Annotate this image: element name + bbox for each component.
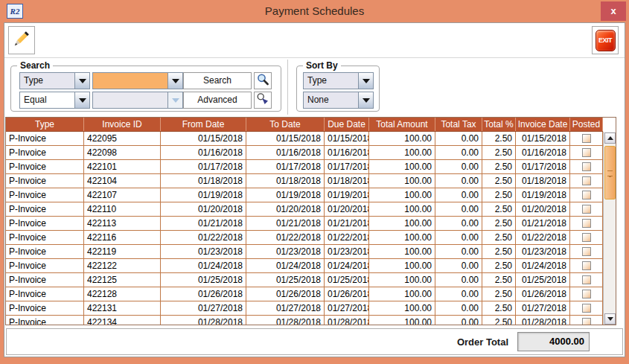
cell-total_amount: 100.00	[369, 202, 435, 216]
posted-checkbox[interactable]	[582, 318, 591, 325]
search-magnifier-button[interactable]	[254, 72, 272, 89]
scrollbar-thumb[interactable]	[604, 146, 616, 199]
cell-due_date: 01/15/2018	[325, 132, 369, 145]
cell-from_date: 01/25/2018	[161, 273, 246, 287]
sort-secondary-combo[interactable]: None	[303, 92, 374, 109]
posted-checkbox[interactable]	[582, 290, 591, 298]
posted-checkbox[interactable]	[582, 304, 591, 313]
cell-total_tax: 0.00	[435, 217, 482, 230]
cell-invoice_id: 422131	[84, 301, 161, 315]
table-row[interactable]: P-Invoice42212201/24/201801/24/201801/24…	[6, 259, 603, 273]
edit-button[interactable]	[8, 26, 35, 54]
cell-invoice_id: 422101	[84, 160, 161, 173]
table-row[interactable]: P-Invoice42209801/16/201801/16/201801/16…	[6, 146, 603, 160]
table-row[interactable]: P-Invoice42211601/22/201801/22/201801/22…	[6, 231, 603, 245]
table-row[interactable]: P-Invoice42213401/28/201801/28/201801/28…	[6, 316, 603, 325]
column-header-invoice_id[interactable]: Invoice ID	[84, 118, 161, 131]
cell-from_date: 01/20/2018	[161, 202, 246, 216]
table-row[interactable]: P-Invoice42211301/21/201801/21/201801/21…	[6, 217, 603, 231]
cell-to_date: 01/24/2018	[246, 259, 325, 272]
column-header-total_pct[interactable]: Total %	[482, 118, 516, 131]
cell-invoice_id: 422098	[84, 146, 161, 159]
table-row[interactable]: P-Invoice42210401/18/201801/18/201801/18…	[6, 174, 603, 188]
search-value2-text	[93, 92, 167, 108]
table-row[interactable]: P-Invoice42212501/25/201801/25/201801/25…	[6, 273, 603, 287]
advanced-button[interactable]: Advanced	[183, 92, 252, 109]
posted-checkbox[interactable]	[582, 275, 591, 284]
exit-button[interactable]: EXIT	[592, 26, 619, 54]
cell-type: P-Invoice	[6, 217, 84, 230]
scroll-up-button[interactable]	[604, 132, 616, 144]
posted-checkbox[interactable]	[582, 148, 591, 157]
posted-checkbox[interactable]	[582, 191, 591, 199]
vertical-scrollbar[interactable]	[603, 132, 616, 325]
column-header-from_date[interactable]: From Date	[161, 118, 246, 131]
cell-to_date: 01/16/2018	[246, 146, 325, 159]
search-value-combo[interactable]	[92, 72, 183, 89]
cell-type: P-Invoice	[6, 132, 84, 145]
cell-total_amount: 100.00	[369, 132, 435, 145]
cell-total_tax: 0.00	[435, 273, 482, 287]
cell-type: P-Invoice	[6, 202, 84, 216]
column-header-total_amount[interactable]: Total Amount	[369, 118, 435, 131]
table-row[interactable]: P-Invoice42210101/17/201801/17/201801/17…	[6, 160, 603, 174]
scroll-down-button[interactable]	[604, 313, 616, 325]
posted-checkbox[interactable]	[582, 134, 591, 143]
posted-checkbox[interactable]	[582, 162, 591, 171]
order-total-value: 4000.00	[517, 332, 590, 351]
content-area: EXIT Search Type Search	[4, 22, 625, 357]
table-row[interactable]: P-Invoice42209501/15/201801/15/201801/15…	[6, 132, 603, 146]
cell-from_date: 01/26/2018	[161, 287, 246, 301]
cell-to_date: 01/23/2018	[246, 245, 325, 258]
cell-due_date: 01/22/2018	[325, 231, 369, 244]
arrow-down-icon	[607, 317, 613, 321]
cell-total_amount: 100.00	[369, 160, 435, 173]
sort-primary-combo[interactable]: Type	[303, 72, 374, 89]
column-header-invoice_date[interactable]: Invoice Date	[516, 118, 570, 131]
cell-invoice_id: 422095	[84, 132, 161, 145]
posted-checkbox[interactable]	[582, 247, 591, 256]
table-row[interactable]: P-Invoice42212801/26/201801/26/201801/26…	[6, 287, 603, 301]
posted-cell	[570, 132, 603, 145]
posted-checkbox[interactable]	[582, 176, 591, 185]
search-value-text	[93, 73, 167, 89]
cell-total_amount: 100.00	[369, 217, 435, 230]
cell-to_date: 01/17/2018	[246, 160, 325, 173]
cell-total_amount: 100.00	[369, 188, 435, 202]
chevron-down-icon[interactable]	[358, 92, 373, 108]
column-header-to_date[interactable]: To Date	[246, 118, 325, 131]
magnifier-icon	[256, 73, 269, 89]
posted-checkbox[interactable]	[582, 261, 591, 270]
cell-invoice_id: 422128	[84, 287, 161, 301]
chevron-down-icon[interactable]	[167, 73, 182, 89]
chevron-down-icon[interactable]	[74, 73, 89, 89]
search-button[interactable]: Search	[183, 72, 252, 89]
table-row[interactable]: P-Invoice42213101/27/201801/27/201801/27…	[6, 301, 603, 316]
cell-type: P-Invoice	[6, 245, 84, 258]
column-header-total_tax[interactable]: Total Tax	[435, 118, 482, 131]
close-button[interactable]: x	[601, 1, 626, 21]
table-row[interactable]: P-Invoice42210701/19/201801/19/201801/19…	[6, 188, 603, 202]
column-header-due_date[interactable]: Due Date	[325, 118, 369, 131]
table-row[interactable]: P-Invoice42211001/20/201801/20/201801/20…	[6, 202, 603, 217]
posted-checkbox[interactable]	[582, 205, 591, 214]
chevron-down-icon[interactable]	[74, 92, 89, 108]
cell-invoice_id: 422119	[84, 245, 161, 258]
search-value2-combo	[92, 92, 183, 109]
cell-total_pct: 2.50	[482, 174, 516, 188]
column-header-type[interactable]: Type	[6, 118, 84, 131]
cell-type: P-Invoice	[6, 188, 84, 202]
search-operator-combo[interactable]: Equal	[19, 92, 90, 109]
advanced-find-icon	[256, 92, 269, 109]
table-row[interactable]: P-Invoice42211901/23/201801/23/201801/23…	[6, 245, 603, 259]
advanced-find-button[interactable]	[254, 92, 272, 109]
cell-total_amount: 100.00	[369, 287, 435, 301]
posted-checkbox[interactable]	[582, 233, 591, 242]
search-field-combo[interactable]: Type	[19, 72, 90, 89]
cell-type: P-Invoice	[6, 160, 84, 173]
column-header-posted[interactable]: Posted	[570, 118, 603, 131]
cell-to_date: 01/28/2018	[246, 316, 325, 325]
chevron-down-icon[interactable]	[358, 73, 373, 89]
posted-checkbox[interactable]	[582, 219, 591, 228]
payment-schedule-table: TypeInvoice IDFrom DateTo DateDue DateTo…	[5, 117, 616, 325]
